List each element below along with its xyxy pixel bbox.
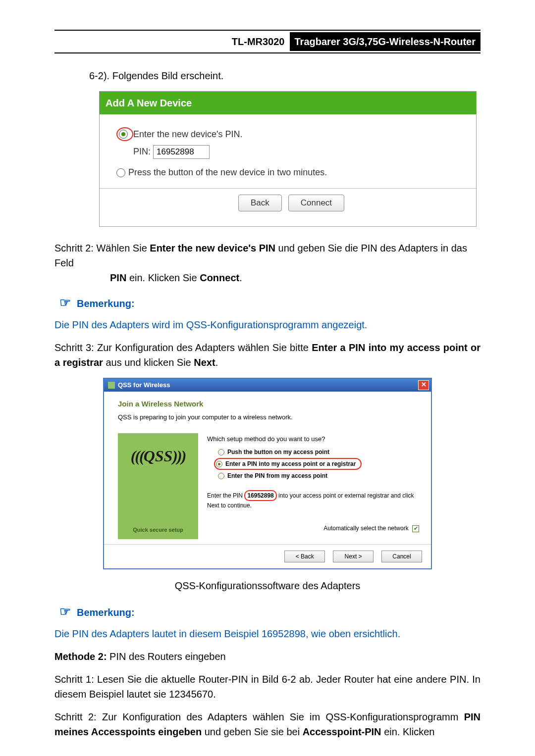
header-model: TL-MR3020	[227, 34, 290, 49]
qss-logo: (((QSS)))	[131, 448, 186, 464]
page-header: TL-MR3020Tragbarer 3G/3,75G-Wireless-N-R…	[54, 30, 481, 53]
qss-option-from-ap: Enter the PIN from my access point	[227, 471, 327, 480]
auto-select-checkbox[interactable]: ✔	[412, 525, 419, 532]
qss-subtext: QSS is preparing to join your computer t…	[118, 412, 419, 422]
note-1-text: Die PIN des Adapters wird im QSS-Konfigu…	[54, 317, 481, 332]
qss-app-icon	[108, 382, 115, 389]
qss-window-title: QSS for Wireless	[118, 380, 170, 390]
qss-radio-enter-pin[interactable]	[216, 461, 222, 467]
qss-radio-push[interactable]	[218, 449, 224, 455]
qss-heading: Join a Wireless Network	[118, 399, 419, 410]
qss-pin-highlight: 16952898	[244, 490, 276, 501]
highlight-selected-option: Enter a PIN into my access point or a re…	[214, 458, 362, 470]
highlight-circle	[116, 127, 133, 141]
hand-icon: ☞	[59, 293, 71, 312]
radio-press-button[interactable]	[116, 168, 125, 177]
header-title: Tragbarer 3G/3,75G-Wireless-N-Router	[290, 32, 481, 51]
step-2-text: Schritt 2: Wählen Sie Enter the new devi…	[54, 241, 481, 285]
qss-explain-text: Enter the PIN 16952898 into your access …	[207, 490, 419, 510]
method-2-step-1: Schritt 1: Lesen Sie die aktuelle Router…	[54, 672, 481, 702]
router-admin-screenshot: Add A New Device Enter the new device's …	[99, 91, 477, 227]
hand-icon: ☞	[59, 602, 71, 621]
qss-option-push: Push the button on my access point	[227, 448, 329, 456]
radio-enter-pin-label: Enter the new device's PIN.	[133, 128, 243, 141]
qss-question: Which setup method do you want to use?	[207, 434, 419, 444]
qss-sidebar-label: Quick secure setup	[133, 526, 183, 534]
note-heading-2: ☞Bemerkung:	[54, 602, 481, 621]
intro-line: 6-2). Folgendes Bild erscheint.	[54, 68, 481, 83]
connect-button[interactable]: Connect	[288, 195, 344, 211]
note-2-text: Die PIN des Adapters lautet in diesem Be…	[54, 626, 481, 641]
method-2-step-2: Schritt 2: Zur Konfiguration des Adapter…	[54, 709, 481, 739]
qss-cancel-button[interactable]: Cancel	[381, 551, 422, 562]
qss-wizard-screenshot: QSS for Wireless ✕ Join a Wireless Netwo…	[103, 378, 432, 569]
radio-enter-pin[interactable]	[119, 130, 128, 139]
qss-radio-from-ap[interactable]	[218, 473, 224, 479]
qss-auto-select: Automatically select the network ✔	[207, 524, 419, 533]
close-icon[interactable]: ✕	[418, 380, 429, 390]
qss-caption: QSS-Konfigurationssoftware des Adapters	[54, 578, 481, 593]
qss-sidebar: (((QSS))) Quick secure setup	[118, 433, 198, 539]
pin-label: PIN:	[133, 147, 151, 156]
router-panel-title: Add A New Device	[100, 92, 476, 114]
radio-press-button-label: Press the button of the new device in tw…	[128, 166, 327, 179]
step-3-text: Schritt 3: Zur Konfiguration des Adapter…	[54, 340, 481, 370]
method-2-heading: Methode 2: PIN des Routers eingeben	[54, 649, 481, 664]
pin-input[interactable]	[153, 145, 210, 159]
note-heading-1: ☞Bemerkung:	[54, 293, 481, 312]
qss-back-button[interactable]: < Back	[284, 551, 325, 562]
back-button[interactable]: Back	[238, 195, 282, 211]
qss-next-button[interactable]: Next >	[333, 551, 374, 562]
qss-option-enter-pin: Enter a PIN into my access point or a re…	[225, 459, 356, 468]
